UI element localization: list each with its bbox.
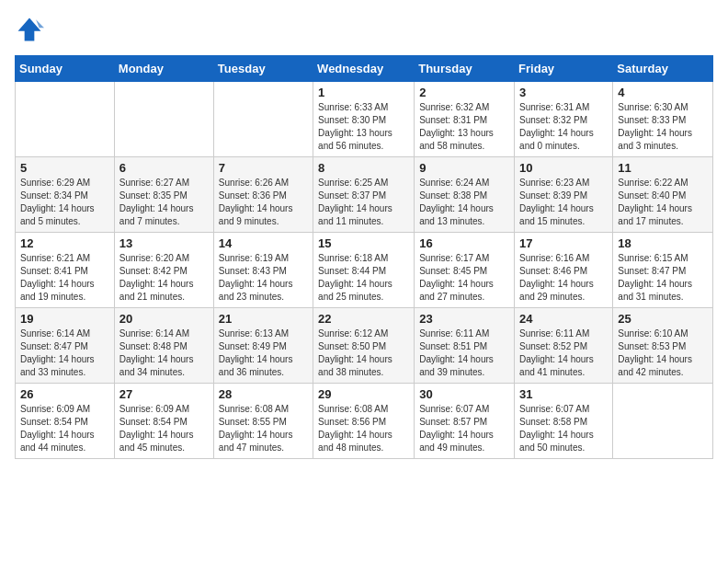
column-header-friday: Friday: [515, 56, 613, 82]
day-number: 9: [419, 161, 509, 175]
calendar-cell: [16, 82, 115, 157]
day-info: Sunrise: 6:12 AM Sunset: 8:50 PM Dayligh…: [318, 327, 409, 379]
calendar-cell: 12Sunrise: 6:21 AM Sunset: 8:41 PM Dayli…: [16, 233, 115, 308]
day-info: Sunrise: 6:08 AM Sunset: 8:56 PM Dayligh…: [318, 403, 409, 454]
calendar-cell: 16Sunrise: 6:17 AM Sunset: 8:45 PM Dayli…: [415, 233, 515, 308]
calendar-cell: 30Sunrise: 6:07 AM Sunset: 8:57 PM Dayli…: [415, 384, 515, 459]
day-info: Sunrise: 6:14 AM Sunset: 8:48 PM Dayligh…: [119, 327, 209, 379]
day-info: Sunrise: 6:18 AM Sunset: 8:44 PM Dayligh…: [318, 252, 409, 304]
calendar-cell: 15Sunrise: 6:18 AM Sunset: 8:44 PM Dayli…: [313, 233, 415, 308]
day-number: 17: [519, 236, 608, 250]
day-info: Sunrise: 6:11 AM Sunset: 8:52 PM Dayligh…: [519, 327, 608, 379]
calendar-cell: 29Sunrise: 6:08 AM Sunset: 8:56 PM Dayli…: [313, 384, 415, 459]
day-number: 14: [219, 236, 308, 250]
calendar-cell: 5Sunrise: 6:29 AM Sunset: 8:34 PM Daylig…: [16, 157, 115, 233]
day-info: Sunrise: 6:07 AM Sunset: 8:57 PM Dayligh…: [419, 403, 509, 454]
calendar-cell: 4Sunrise: 6:30 AM Sunset: 8:33 PM Daylig…: [613, 82, 713, 157]
calendar-cell: 10Sunrise: 6:23 AM Sunset: 8:39 PM Dayli…: [515, 157, 613, 233]
day-number: 7: [219, 161, 308, 175]
calendar-cell: 21Sunrise: 6:13 AM Sunset: 8:49 PM Dayli…: [213, 308, 313, 384]
calendar-cell: 6Sunrise: 6:27 AM Sunset: 8:35 PM Daylig…: [114, 157, 213, 233]
calendar-cell: 20Sunrise: 6:14 AM Sunset: 8:48 PM Dayli…: [114, 308, 213, 384]
calendar-cell: 14Sunrise: 6:19 AM Sunset: 8:43 PM Dayli…: [213, 233, 313, 308]
day-number: 16: [419, 236, 509, 250]
day-number: 20: [119, 312, 209, 326]
calendar-cell: 1Sunrise: 6:33 AM Sunset: 8:30 PM Daylig…: [313, 82, 415, 157]
calendar-cell: 26Sunrise: 6:09 AM Sunset: 8:54 PM Dayli…: [16, 384, 115, 459]
day-number: 30: [419, 387, 509, 401]
calendar-cell: [213, 82, 313, 157]
day-number: 15: [318, 236, 409, 250]
day-info: Sunrise: 6:21 AM Sunset: 8:41 PM Dayligh…: [20, 252, 109, 304]
day-info: Sunrise: 6:30 AM Sunset: 8:33 PM Dayligh…: [618, 101, 708, 153]
week-row-1: 1Sunrise: 6:33 AM Sunset: 8:30 PM Daylig…: [16, 82, 713, 157]
column-header-sunday: Sunday: [16, 56, 115, 82]
calendar-cell: 7Sunrise: 6:26 AM Sunset: 8:36 PM Daylig…: [213, 157, 313, 233]
calendar-header-row: SundayMondayTuesdayWednesdayThursdayFrid…: [16, 56, 713, 82]
day-info: Sunrise: 6:16 AM Sunset: 8:46 PM Dayligh…: [519, 252, 608, 304]
day-info: Sunrise: 6:10 AM Sunset: 8:53 PM Dayligh…: [618, 327, 708, 379]
day-info: Sunrise: 6:22 AM Sunset: 8:40 PM Dayligh…: [618, 177, 708, 228]
day-info: Sunrise: 6:23 AM Sunset: 8:39 PM Dayligh…: [519, 177, 608, 228]
day-info: Sunrise: 6:24 AM Sunset: 8:38 PM Dayligh…: [419, 177, 509, 228]
calendar-cell: 31Sunrise: 6:07 AM Sunset: 8:58 PM Dayli…: [515, 384, 613, 459]
calendar-table: SundayMondayTuesdayWednesdayThursdayFrid…: [15, 55, 713, 459]
day-number: 8: [318, 161, 409, 175]
logo: [15, 15, 48, 44]
day-info: Sunrise: 6:15 AM Sunset: 8:47 PM Dayligh…: [618, 252, 708, 304]
day-info: Sunrise: 6:19 AM Sunset: 8:43 PM Dayligh…: [219, 252, 308, 304]
day-number: 23: [419, 312, 509, 326]
column-header-tuesday: Tuesday: [213, 56, 313, 82]
calendar-cell: 9Sunrise: 6:24 AM Sunset: 8:38 PM Daylig…: [415, 157, 515, 233]
day-info: Sunrise: 6:27 AM Sunset: 8:35 PM Dayligh…: [119, 177, 209, 228]
day-number: 6: [119, 161, 209, 175]
day-info: Sunrise: 6:17 AM Sunset: 8:45 PM Dayligh…: [419, 252, 509, 304]
day-info: Sunrise: 6:11 AM Sunset: 8:51 PM Dayligh…: [419, 327, 509, 379]
calendar-cell: 11Sunrise: 6:22 AM Sunset: 8:40 PM Dayli…: [613, 157, 713, 233]
calendar-cell: 24Sunrise: 6:11 AM Sunset: 8:52 PM Dayli…: [515, 308, 613, 384]
calendar-cell: 25Sunrise: 6:10 AM Sunset: 8:53 PM Dayli…: [613, 308, 713, 384]
calendar-cell: 13Sunrise: 6:20 AM Sunset: 8:42 PM Dayli…: [114, 233, 213, 308]
day-info: Sunrise: 6:29 AM Sunset: 8:34 PM Dayligh…: [20, 177, 109, 228]
week-row-3: 12Sunrise: 6:21 AM Sunset: 8:41 PM Dayli…: [16, 233, 713, 308]
day-number: 10: [519, 161, 608, 175]
column-header-monday: Monday: [114, 56, 213, 82]
week-row-5: 26Sunrise: 6:09 AM Sunset: 8:54 PM Dayli…: [16, 384, 713, 459]
day-number: 31: [519, 387, 608, 401]
day-number: 22: [318, 312, 409, 326]
day-info: Sunrise: 6:07 AM Sunset: 8:58 PM Dayligh…: [519, 403, 608, 454]
day-info: Sunrise: 6:13 AM Sunset: 8:49 PM Dayligh…: [219, 327, 308, 379]
day-info: Sunrise: 6:08 AM Sunset: 8:55 PM Dayligh…: [219, 403, 308, 454]
day-info: Sunrise: 6:25 AM Sunset: 8:37 PM Dayligh…: [318, 177, 409, 228]
day-number: 21: [219, 312, 308, 326]
column-header-saturday: Saturday: [613, 56, 713, 82]
day-info: Sunrise: 6:26 AM Sunset: 8:36 PM Dayligh…: [219, 177, 308, 228]
calendar-cell: 28Sunrise: 6:08 AM Sunset: 8:55 PM Dayli…: [213, 384, 313, 459]
calendar-cell: [114, 82, 213, 157]
day-number: 4: [618, 86, 708, 99]
logo-icon: [15, 15, 44, 44]
calendar-cell: 19Sunrise: 6:14 AM Sunset: 8:47 PM Dayli…: [16, 308, 115, 384]
week-row-4: 19Sunrise: 6:14 AM Sunset: 8:47 PM Dayli…: [16, 308, 713, 384]
day-number: 2: [419, 86, 509, 99]
calendar-cell: 23Sunrise: 6:11 AM Sunset: 8:51 PM Dayli…: [415, 308, 515, 384]
calendar-cell: 2Sunrise: 6:32 AM Sunset: 8:31 PM Daylig…: [415, 82, 515, 157]
calendar-cell: 17Sunrise: 6:16 AM Sunset: 8:46 PM Dayli…: [515, 233, 613, 308]
day-number: 29: [318, 387, 409, 401]
calendar-cell: 8Sunrise: 6:25 AM Sunset: 8:37 PM Daylig…: [313, 157, 415, 233]
day-info: Sunrise: 6:31 AM Sunset: 8:32 PM Dayligh…: [519, 101, 608, 153]
day-number: 24: [519, 312, 608, 326]
day-info: Sunrise: 6:14 AM Sunset: 8:47 PM Dayligh…: [20, 327, 109, 379]
column-header-wednesday: Wednesday: [313, 56, 415, 82]
calendar-cell: 3Sunrise: 6:31 AM Sunset: 8:32 PM Daylig…: [515, 82, 613, 157]
day-number: 1: [318, 86, 409, 99]
week-row-2: 5Sunrise: 6:29 AM Sunset: 8:34 PM Daylig…: [16, 157, 713, 233]
day-info: Sunrise: 6:09 AM Sunset: 8:54 PM Dayligh…: [20, 403, 109, 454]
day-number: 28: [219, 387, 308, 401]
day-number: 3: [519, 86, 608, 99]
day-number: 18: [618, 236, 708, 250]
day-info: Sunrise: 6:33 AM Sunset: 8:30 PM Dayligh…: [318, 101, 409, 153]
svg-marker-1: [36, 19, 44, 28]
day-number: 19: [20, 312, 109, 326]
day-number: 5: [20, 161, 109, 175]
